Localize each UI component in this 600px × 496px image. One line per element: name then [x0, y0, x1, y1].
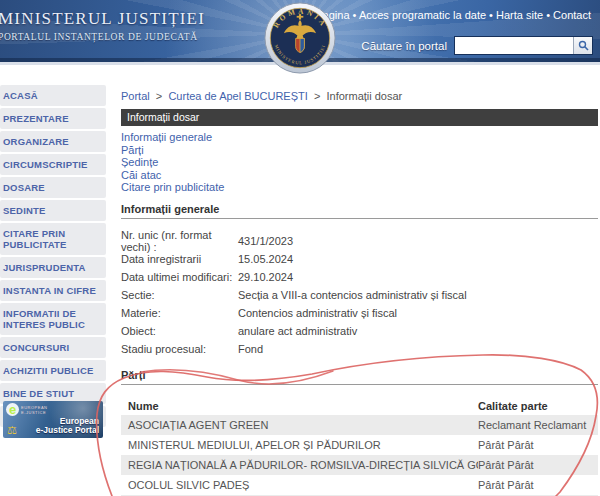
sidebar-item[interactable]: ACASĂ	[0, 85, 106, 106]
sidebar-item[interactable]: INFORMATII DE INTERES PUBLIC	[0, 303, 106, 335]
field-value: 15.05.2024	[238, 253, 293, 265]
field-label: Obiect:	[121, 325, 238, 337]
field-row: Materie: Contencios administrativ și fis…	[121, 304, 598, 322]
site-subtitle: PORTALUL INSTANȚELOR DE JUDECATĂ	[0, 32, 205, 42]
breadcrumb-current: Informații dosar	[326, 90, 402, 102]
sidebar-item[interactable]: CONCURSURI	[0, 337, 106, 358]
sidebar-banner-wrap: e EUROPEAN E-JUSTICE ⚖ European e-Justic…	[0, 398, 106, 438]
table-row: REGIA NAȚIONALĂ A PĂDURILOR- ROMSILVA-DI…	[121, 455, 598, 475]
main-content: PortalCurtea de Apel BUCUREȘTIInformații…	[121, 90, 598, 496]
party-role: Reclamant Reclamant	[478, 419, 598, 431]
party-name: MINISTERUL MEDIULUI, APELOR ȘI PĂDURILOR	[121, 439, 478, 451]
field-row: Sectie: Secția a VIII-a contencios admin…	[121, 286, 598, 304]
breadcrumb: PortalCurtea de Apel BUCUREȘTIInformații…	[121, 90, 598, 102]
quick-link[interactable]: Citare prin publicitate	[121, 181, 598, 194]
party-role: Pârât Pârât	[478, 459, 598, 471]
sidebar-menu: ACASĂPREZENTAREORGANIZARECIRCUMSCRIPTIED…	[0, 85, 106, 427]
party-name: OCOLUL SILVIC PADEȘ	[121, 479, 478, 491]
quick-link[interactable]: Informații generale	[121, 131, 598, 144]
field-row: Nr. unic (nr. format vechi) : 431/1/2023	[121, 232, 598, 250]
table-row: MINISTERUL MEDIULUI, APELOR ȘI PĂDURILOR…	[121, 435, 598, 455]
field-label: Nr. unic (nr. format vechi) :	[121, 229, 238, 253]
party-name: REGIA NAȚIONALĂ A PĂDURILOR- ROMSILVA-DI…	[121, 459, 478, 471]
sidebar-item[interactable]: ORGANIZARE	[0, 131, 106, 152]
quick-link[interactable]: Ședințe	[121, 156, 598, 169]
search-row: Căutare în portal	[361, 36, 593, 55]
sidebar-item[interactable]: SEDINTE	[0, 200, 106, 221]
dossier-quick-links: Informații generalePărțiȘedințeCăi atacC…	[121, 131, 598, 194]
sidebar-item[interactable]: JURISPRUDENTA	[0, 257, 106, 278]
field-value: anulare act administrativ	[238, 325, 357, 337]
sidebar-item[interactable]: PREZENTARE	[0, 108, 106, 129]
field-label: Stadiu procesual:	[121, 343, 238, 355]
field-label: Data inregistrarii	[121, 253, 238, 265]
sidebar-item[interactable]: ACHIZITII PUBLICE	[0, 360, 106, 381]
breadcrumb-link[interactable]: Portal	[121, 90, 168, 102]
ejustice-banner[interactable]: e EUROPEAN E-JUSTICE ⚖ European e-Justic…	[3, 401, 103, 438]
sidebar-item[interactable]: DOSARE	[0, 177, 106, 198]
field-row: Obiect: anulare act administrativ	[121, 322, 598, 340]
table-row: OCOLUL SILVIC PADEȘ Pârât Pârât	[121, 475, 598, 495]
parties-title: Părți	[121, 369, 598, 385]
field-row: Stadiu procesual: Fond	[121, 340, 598, 358]
table-row: ASOCIAȚIA AGENT GREEN Reclamant Reclaman…	[121, 415, 598, 435]
search-button[interactable]	[573, 37, 592, 54]
field-value: Fond	[238, 343, 263, 355]
search-label: Căutare în portal	[361, 40, 447, 52]
page-title-bar: Informații dosar	[121, 109, 598, 126]
parties-table: Nume Calitate parte ASOCIAȚIA AGENT GREE…	[121, 397, 598, 496]
ejustice-logo: e EUROPEAN E-JUSTICE	[6, 403, 47, 416]
scales-icon: ⚖	[7, 424, 17, 437]
ministry-emblem: ROMANIA MINISTERUL JUSTIȚIEI	[263, 1, 337, 75]
parties-table-header: Nume Calitate parte	[121, 397, 598, 415]
column-header-nume: Nume	[121, 400, 478, 412]
party-role: Pârât Pârât	[478, 479, 598, 491]
sidebar-item[interactable]: INSTANTA IN CIFRE	[0, 280, 106, 301]
party-name: ASOCIAȚIA AGENT GREEN	[121, 419, 478, 431]
top-nav-link[interactable]: Contact	[553, 9, 591, 21]
sidebar-item[interactable]: CIRCUMSCRIPTIE	[0, 154, 106, 175]
top-nav-link[interactable]: Acces programatic la date	[359, 9, 496, 21]
site-title-block: MINISTERUL JUSTIȚIEI PORTALUL INSTANȚELO…	[0, 9, 205, 42]
general-info-fields: Nr. unic (nr. format vechi) : 431/1/2023…	[121, 232, 598, 358]
field-label: Data ultimei modificari:	[121, 271, 238, 283]
field-row: Data inregistrarii 15.05.2024	[121, 250, 598, 268]
sidebar-item[interactable]: CITARE PRIN PUBLICITATE	[0, 223, 106, 255]
quick-link[interactable]: Căi atac	[121, 169, 598, 182]
parties-table-body: ASOCIAȚIA AGENT GREEN Reclamant Reclaman…	[121, 415, 598, 496]
field-row: Data ultimei modificari: 29.10.2024	[121, 268, 598, 286]
field-value: 431/1/2023	[238, 235, 293, 247]
search-box	[454, 36, 593, 55]
search-icon	[578, 40, 589, 51]
field-label: Materie:	[121, 307, 238, 319]
field-label: Sectie:	[121, 289, 238, 301]
ejustice-banner-text: European e-Justice Portal	[36, 417, 99, 435]
field-value: Secția a VIII-a contencios administrativ…	[238, 289, 467, 301]
search-input[interactable]	[455, 37, 573, 54]
portal-page: MINISTERUL JUSTIȚIEI PORTALUL INSTANȚELO…	[0, 0, 600, 496]
column-header-calitate: Calitate parte	[478, 400, 598, 412]
quick-link[interactable]: Părți	[121, 144, 598, 157]
ejustice-caption: EUROPEAN E-JUSTICE	[21, 405, 47, 415]
field-value: 29.10.2024	[238, 271, 293, 283]
site-title: MINISTERUL JUSTIȚIEI	[0, 9, 205, 29]
top-nav-link[interactable]: Harta site	[496, 9, 553, 21]
ejustice-e-icon: e	[6, 403, 19, 416]
general-info-title: Informații generale	[121, 203, 598, 219]
breadcrumb-link[interactable]: Curtea de Apel BUCUREȘTI	[168, 90, 326, 102]
party-role: Pârât Pârât	[478, 439, 598, 451]
field-value: Contencios administrativ și fiscal	[238, 307, 397, 319]
